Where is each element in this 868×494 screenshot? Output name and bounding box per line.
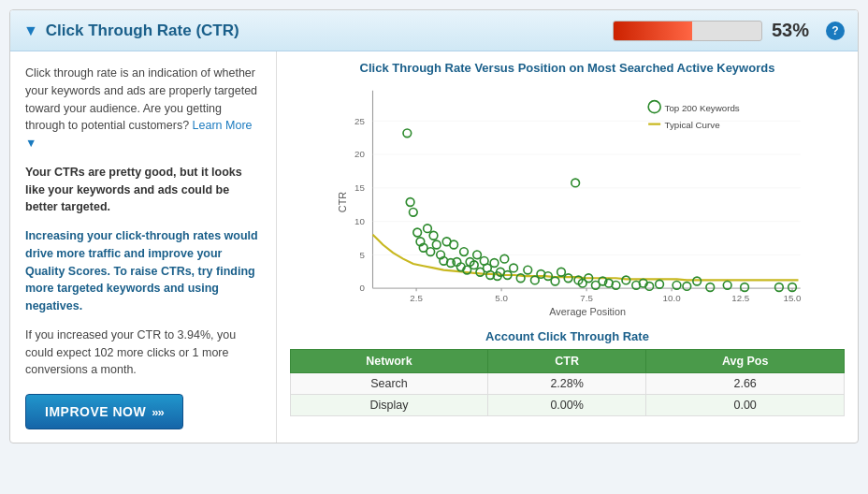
advice-text: Increasing your click-through rates woul… xyxy=(25,227,261,315)
table-row: Display 0.00% 0.00 xyxy=(291,395,845,416)
svg-rect-28 xyxy=(648,101,660,113)
svg-text:2.5: 2.5 xyxy=(410,293,423,303)
scatter-dot xyxy=(656,280,664,288)
avgpos-display: 0.00 xyxy=(646,395,845,416)
scatter-plot: 0 5 10 15 20 25 CT xyxy=(290,80,845,324)
svg-text:Average Position: Average Position xyxy=(549,306,626,317)
result-text: If you increased your CTR to 3.94%, you … xyxy=(25,327,261,379)
ctr-display: 0.00% xyxy=(487,395,645,416)
col-network: Network xyxy=(291,350,488,373)
svg-text:0: 0 xyxy=(359,283,365,293)
improve-now-button[interactable]: IMPROVE NOW »» xyxy=(25,394,183,429)
svg-text:CTR: CTR xyxy=(337,192,348,212)
scatter-dot xyxy=(413,228,422,237)
scatter-dot xyxy=(429,231,438,240)
svg-text:Top 200 Keywords: Top 200 Keywords xyxy=(665,103,740,113)
svg-text:5.0: 5.0 xyxy=(495,293,508,303)
scatter-dot xyxy=(683,283,691,291)
header-left: ▼ Click Through Rate (CTR) xyxy=(23,22,239,40)
scatter-dot xyxy=(557,268,566,276)
svg-text:25: 25 xyxy=(354,116,365,126)
svg-text:10: 10 xyxy=(354,216,365,226)
ctr-table: Network CTR Avg Pos Search 2.28% 2.66 Di… xyxy=(290,349,845,416)
progress-fill xyxy=(614,22,692,40)
scatter-dot xyxy=(406,198,414,207)
svg-text:5: 5 xyxy=(359,250,365,260)
table-section: Account Click Through Rate Network CTR A… xyxy=(290,329,845,416)
ctr-card: ▼ Click Through Rate (CTR) 53% ? Click t… xyxy=(9,9,859,443)
svg-text:15: 15 xyxy=(354,182,365,193)
svg-text:10.0: 10.0 xyxy=(663,293,682,303)
network-display: Display xyxy=(291,395,488,416)
score-progress-bar xyxy=(613,21,762,41)
scatter-dot xyxy=(500,254,509,263)
network-search: Search xyxy=(291,373,488,395)
highlight-text: Your CTRs are pretty good, but it looks … xyxy=(25,164,261,216)
scatter-dot xyxy=(424,225,432,233)
table-row: Search 2.28% 2.66 xyxy=(291,373,845,395)
card-header: ▼ Click Through Rate (CTR) 53% ? xyxy=(10,10,858,51)
header-right: 53% ? xyxy=(613,20,845,41)
scatter-dot xyxy=(706,283,715,292)
svg-text:15.0: 15.0 xyxy=(784,293,803,303)
table-title: Account Click Through Rate xyxy=(290,329,845,343)
svg-text:12.5: 12.5 xyxy=(731,293,750,303)
chart-title: Click Through Rate Versus Position on Mo… xyxy=(290,61,845,75)
collapse-icon[interactable]: ▼ xyxy=(23,22,38,39)
scatter-dot xyxy=(432,240,441,249)
scatter-dot xyxy=(410,209,418,217)
svg-text:20: 20 xyxy=(354,149,365,159)
help-button[interactable]: ? xyxy=(826,22,845,40)
col-ctr: CTR xyxy=(487,350,645,373)
card-body: Click through rate is an indication of w… xyxy=(10,51,858,443)
scatter-dot xyxy=(490,259,499,268)
avgpos-search: 2.66 xyxy=(646,373,845,395)
chevrons-icon: »» xyxy=(152,405,163,419)
left-panel: Click through rate is an indication of w… xyxy=(10,51,277,443)
scatter-dot xyxy=(775,283,784,292)
scatter-dot xyxy=(551,277,559,285)
scatter-dot xyxy=(403,129,412,138)
svg-text:Typical Curve: Typical Curve xyxy=(665,120,720,130)
col-avgpos: Avg Pos xyxy=(646,350,845,373)
svg-text:7.5: 7.5 xyxy=(580,293,593,303)
scatter-dot xyxy=(524,266,532,274)
scatter-dot xyxy=(510,264,518,272)
description: Click through rate is an indication of w… xyxy=(25,65,261,153)
score-percent: 53% xyxy=(772,20,817,41)
scatter-dot xyxy=(741,283,749,292)
right-panel: Click Through Rate Versus Position on Mo… xyxy=(277,51,858,443)
ctr-search: 2.28% xyxy=(487,373,645,395)
chart-area: 0 5 10 15 20 25 CT xyxy=(290,80,845,324)
scatter-dot xyxy=(450,240,458,249)
card-title: Click Through Rate (CTR) xyxy=(46,22,239,40)
scatter-dot xyxy=(571,179,580,187)
